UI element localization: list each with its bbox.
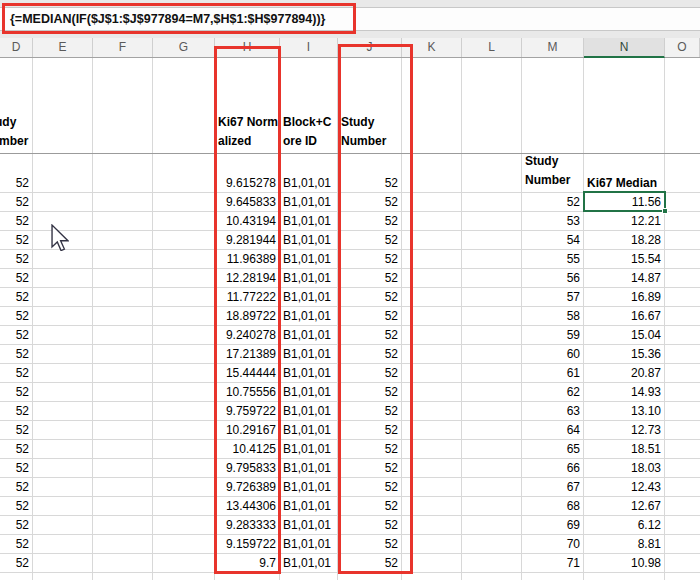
cell-block-core-id[interactable]: B1,01,01	[280, 496, 338, 515]
cell-ki67-median[interactable]: 18.51	[584, 439, 665, 458]
cell-right-study-number[interactable]: 52	[522, 192, 584, 211]
cell-study-number[interactable]: 52	[0, 287, 33, 306]
cell-right-study-number[interactable]: 58	[522, 306, 584, 325]
cell-block-core-id[interactable]: B1,01,01	[280, 153, 338, 192]
cell-ki67-median[interactable]: 13.10	[584, 401, 665, 420]
cell-ki67-median[interactable]: 12.73	[584, 420, 665, 439]
cell-right-study-number[interactable]: 57	[522, 287, 584, 306]
cell-right-study-number[interactable]: 55	[522, 249, 584, 268]
cell-block-core-id[interactable]: B1,01,01	[280, 477, 338, 496]
cell-study-number[interactable]: 52	[0, 458, 33, 477]
cell-right-study-number[interactable]: 66	[522, 458, 584, 477]
cell-right-study-number[interactable]: 56	[522, 268, 584, 287]
cell-ki67-median[interactable]: 20.87	[584, 363, 665, 382]
cell-block-core-id[interactable]: B1,01,01	[280, 344, 338, 363]
cell-block-core-id[interactable]: B1,01,01	[280, 363, 338, 382]
gridline-vertical	[461, 58, 462, 580]
cell-study-number[interactable]: 52	[0, 230, 33, 249]
cell-study-number[interactable]: 52	[0, 192, 33, 211]
cell-ki67-median[interactable]: 18.28	[584, 230, 665, 249]
column-header-G[interactable]: G	[153, 38, 215, 57]
cell-right-study-number[interactable]: 62	[522, 382, 584, 401]
cell-block-core-id[interactable]: B1,01,01	[280, 534, 338, 553]
cell-block-core-id[interactable]: B1,01,01	[280, 515, 338, 534]
cell-right-study-number[interactable]: 61	[522, 363, 584, 382]
cell-right-study-number[interactable]: 68	[522, 496, 584, 515]
column-header-F[interactable]: F	[93, 38, 153, 57]
cell-study-number[interactable]: 52	[0, 211, 33, 230]
cell-block-core-id[interactable]: B1,01,01	[280, 439, 338, 458]
cell-study-number[interactable]: 52	[0, 153, 33, 192]
cell-study-number[interactable]: 52	[0, 534, 33, 553]
cell-ki67-median[interactable]: 12.67	[584, 496, 665, 515]
cell-right-study-number[interactable]: 69	[522, 515, 584, 534]
cell-ki67-median[interactable]: 12.21	[584, 211, 665, 230]
cell-ki67-median[interactable]: 18.03	[584, 458, 665, 477]
cell-ki67-median[interactable]: 15.04	[584, 325, 665, 344]
cell-block-core-id[interactable]: B1,01,01	[280, 287, 338, 306]
header-ki67-median[interactable]: Ki67 Median	[584, 153, 665, 192]
cell-ki67-median[interactable]: 10.98	[584, 553, 665, 572]
cell-block-core-id[interactable]: B1,01,01	[280, 249, 338, 268]
cell-study-number[interactable]: 52	[0, 477, 33, 496]
header-block-core-id[interactable]: Block+Core ID	[280, 58, 338, 153]
gridline-vertical	[92, 58, 93, 580]
cell-study-number[interactable]: 52	[0, 306, 33, 325]
cell-study-number[interactable]: 52	[0, 401, 33, 420]
cell-block-core-id[interactable]: B1,01,01	[280, 268, 338, 287]
cell-ki67-median[interactable]: 8.81	[584, 534, 665, 553]
cell-right-study-number[interactable]: 65	[522, 439, 584, 458]
cell-ki67-median[interactable]: 16.67	[584, 306, 665, 325]
cell-study-number[interactable]: 52	[0, 325, 33, 344]
header-study-number-m[interactable]: Study Number	[522, 153, 584, 192]
cell-block-core-id[interactable]: B1,01,01	[280, 325, 338, 344]
cell-right-study-number[interactable]: 71	[522, 553, 584, 572]
cell-study-number[interactable]: 52	[0, 515, 33, 534]
cell-ki67-median[interactable]: 14.87	[584, 268, 665, 287]
cell-right-study-number[interactable]: 64	[522, 420, 584, 439]
header-study-number-d[interactable]: Study Number	[0, 58, 32, 153]
cell-study-number[interactable]: 52	[0, 420, 33, 439]
column-header-O[interactable]: O	[665, 38, 700, 57]
active-cell-border[interactable]	[583, 191, 666, 212]
cell-block-core-id[interactable]: B1,01,01	[280, 401, 338, 420]
cell-ki67-median[interactable]: 14.93	[584, 382, 665, 401]
cell-ki67-median[interactable]: 12.43	[584, 477, 665, 496]
cell-block-core-id[interactable]: B1,01,01	[280, 553, 338, 572]
cell-block-core-id[interactable]: B1,01,01	[280, 192, 338, 211]
column-header-L[interactable]: L	[462, 38, 522, 57]
cell-study-number[interactable]: 52	[0, 553, 33, 572]
cell-right-study-number[interactable]: 59	[522, 325, 584, 344]
fill-handle[interactable]	[662, 208, 668, 214]
column-header-N[interactable]: N	[584, 38, 665, 58]
cell-ki67-median[interactable]: 15.36	[584, 344, 665, 363]
cell-block-core-id[interactable]: B1,01,01	[280, 230, 338, 249]
cell-block-core-id[interactable]: B1,01,01	[280, 306, 338, 325]
cell-study-number[interactable]: 52	[0, 363, 33, 382]
cell-study-number[interactable]: 52	[0, 268, 33, 287]
gridline-vertical	[152, 58, 153, 580]
column-header-D[interactable]: D	[0, 38, 33, 57]
cell-study-number[interactable]: 52	[0, 496, 33, 515]
cell-right-study-number[interactable]: 70	[522, 534, 584, 553]
cell-ki67-median[interactable]: 16.89	[584, 287, 665, 306]
cell-right-study-number[interactable]: 67	[522, 477, 584, 496]
cell-study-number[interactable]: 52	[0, 344, 33, 363]
cell-block-core-id[interactable]: B1,01,01	[280, 382, 338, 401]
cell-study-number[interactable]: 52	[0, 382, 33, 401]
cell-block-core-id[interactable]: B1,01,01	[280, 420, 338, 439]
cell-right-study-number[interactable]: 53	[522, 211, 584, 230]
column-header-I[interactable]: I	[280, 38, 338, 57]
cell-ki67-median[interactable]: 15.54	[584, 249, 665, 268]
cell-block-core-id[interactable]: B1,01,01	[280, 458, 338, 477]
column-header-M[interactable]: M	[522, 38, 584, 57]
cell-study-number[interactable]: 52	[0, 249, 33, 268]
cell-right-study-number[interactable]: 60	[522, 344, 584, 363]
cell-block-core-id[interactable]: B1,01,01	[280, 211, 338, 230]
cell-right-study-number[interactable]: 63	[522, 401, 584, 420]
annotation-formula-box	[2, 3, 356, 34]
cell-study-number[interactable]: 52	[0, 439, 33, 458]
cell-ki67-median[interactable]: 6.12	[584, 515, 665, 534]
column-header-E[interactable]: E	[33, 38, 93, 57]
cell-right-study-number[interactable]: 54	[522, 230, 584, 249]
